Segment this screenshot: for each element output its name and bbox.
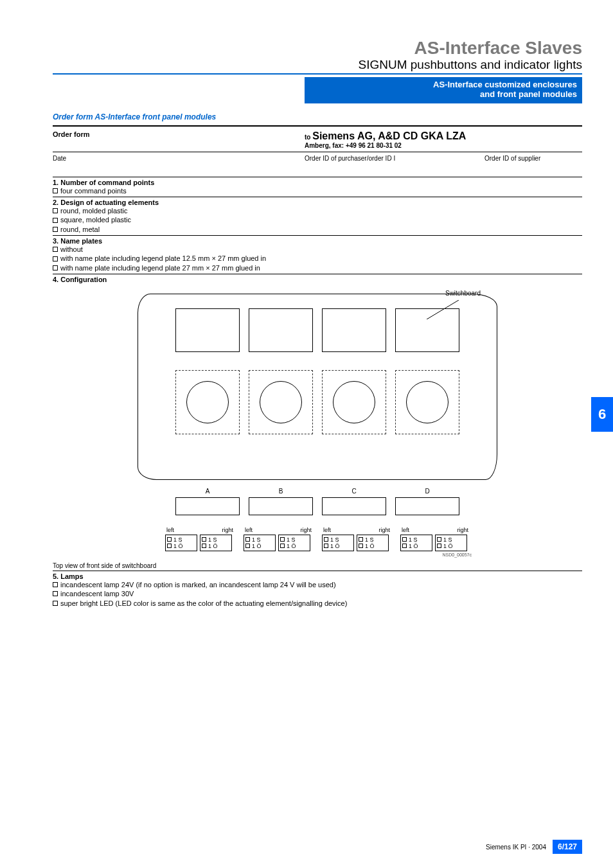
right-label: right bbox=[457, 527, 468, 533]
q2-opt3[interactable]: round, metal bbox=[53, 225, 582, 234]
checkbox-icon[interactable] bbox=[437, 537, 441, 542]
contact-box-right[interactable]: 1 S1 Ö bbox=[200, 535, 232, 551]
q5-opt2[interactable]: incandescent lamp 30V bbox=[53, 589, 582, 598]
contact-1s: 1 S bbox=[208, 536, 217, 543]
letter-d: D bbox=[425, 488, 429, 495]
letter-b: B bbox=[279, 488, 283, 495]
right-label: right bbox=[378, 527, 390, 533]
page-title-1: AS-Interface Slaves bbox=[53, 39, 582, 58]
checkbox-icon[interactable] bbox=[324, 537, 328, 542]
checkbox-icon[interactable] bbox=[53, 188, 58, 193]
q5-opt1[interactable]: incandescent lamp 24V (if no option is m… bbox=[53, 580, 582, 589]
configuration-diagram: Switchboard A B C D leftright1 S1 Ö1 S1 … bbox=[138, 294, 497, 557]
to-fax: Amberg, fax: +49 96 21 80-31 02 bbox=[305, 142, 582, 149]
config-box-c[interactable] bbox=[322, 497, 386, 515]
section-label: Order form AS-Interface front panel modu… bbox=[53, 112, 582, 121]
checkbox-icon[interactable] bbox=[437, 544, 441, 548]
contact-1o: 1 Ö bbox=[365, 543, 375, 549]
q5-heading: 5. Lamps bbox=[53, 572, 582, 580]
checkbox-icon[interactable] bbox=[53, 601, 58, 606]
checkbox-icon[interactable] bbox=[402, 537, 407, 542]
band-line-2: and front panel modules bbox=[310, 89, 577, 100]
checkbox-icon[interactable] bbox=[53, 265, 58, 270]
divider bbox=[53, 125, 582, 127]
to-prefix: to bbox=[305, 134, 312, 141]
checkbox-icon[interactable] bbox=[202, 544, 206, 548]
q2-opt2[interactable]: square, molded plastic bbox=[53, 215, 582, 224]
q1-heading: 1. Number of command points bbox=[53, 179, 582, 186]
checkbox-icon[interactable] bbox=[53, 591, 58, 596]
q2-opt1[interactable]: round, molded plastic bbox=[53, 206, 582, 215]
checkbox-icon[interactable] bbox=[324, 544, 328, 548]
left-label: left bbox=[166, 527, 174, 533]
q3-opt1[interactable]: without bbox=[53, 245, 582, 254]
to-company: Siemens AG, A&D CD GKA LZA bbox=[312, 130, 466, 141]
checkbox-icon[interactable] bbox=[53, 247, 58, 252]
checkbox-icon[interactable] bbox=[53, 582, 58, 587]
checkbox-icon[interactable] bbox=[53, 218, 58, 223]
checkbox-icon[interactable] bbox=[280, 544, 285, 548]
actuator-circle bbox=[406, 381, 449, 423]
checkbox-icon[interactable] bbox=[53, 256, 58, 261]
contact-box-right[interactable]: 1 S1 Ö bbox=[435, 535, 467, 551]
chapter-tab: 6 bbox=[591, 397, 613, 432]
checkbox-icon[interactable] bbox=[402, 544, 407, 548]
contact-box-left[interactable]: 1 S1 Ö bbox=[244, 535, 276, 551]
divider bbox=[53, 152, 582, 152]
q5-opt1-label: incandescent lamp 24V (if no option is m… bbox=[60, 580, 336, 589]
checkbox-icon[interactable] bbox=[359, 537, 363, 542]
nameplate-slot-a bbox=[175, 308, 240, 352]
contact-1s: 1 S bbox=[287, 536, 296, 543]
contact-1s: 1 S bbox=[252, 536, 261, 543]
image-code: NSD0_00057c bbox=[138, 553, 497, 557]
right-label: right bbox=[300, 527, 312, 533]
contact-1s: 1 S bbox=[173, 536, 182, 543]
q1-opt1[interactable]: four command points bbox=[53, 186, 582, 195]
q5-opt3[interactable]: super bright LED (LED color is same as t… bbox=[53, 599, 582, 608]
actuator-circle bbox=[186, 381, 229, 423]
page-footer: Siemens IK PI · 2004 6/127 bbox=[486, 840, 582, 854]
right-label: right bbox=[222, 527, 233, 533]
checkbox-icon[interactable] bbox=[53, 208, 58, 213]
checkbox-icon[interactable] bbox=[202, 537, 206, 542]
q2-opt3-label: round, metal bbox=[60, 225, 100, 234]
checkbox-icon[interactable] bbox=[245, 544, 250, 548]
order-form-label: Order form bbox=[53, 130, 305, 138]
q3-opt2[interactable]: with name plate including legend plate 1… bbox=[53, 254, 582, 263]
config-box-b[interactable] bbox=[249, 497, 313, 515]
switchboard-outline bbox=[138, 294, 497, 480]
checkbox-icon[interactable] bbox=[245, 537, 250, 542]
contact-1o: 1 Ö bbox=[208, 543, 218, 549]
config-box-a[interactable] bbox=[175, 497, 240, 515]
checkbox-icon[interactable] bbox=[167, 544, 172, 548]
checkbox-icon[interactable] bbox=[359, 544, 363, 548]
nameplate-slot-d bbox=[395, 308, 459, 352]
actuator-slot-c bbox=[322, 370, 386, 434]
contact-cell: leftright1 S1 Ö1 S1 Ö bbox=[322, 527, 391, 551]
divider bbox=[53, 235, 582, 236]
checkbox-icon[interactable] bbox=[280, 537, 285, 542]
q2-heading: 2. Design of actuating elements bbox=[53, 199, 582, 206]
nameplate-slot-b bbox=[249, 308, 313, 352]
divider bbox=[53, 571, 582, 571]
contact-1o: 1 Ö bbox=[252, 543, 262, 549]
q3-opt3[interactable]: with name plate including legend plate 2… bbox=[53, 263, 582, 272]
header-band: AS-Interface customized enclosures and f… bbox=[305, 77, 582, 103]
actuator-slot-a bbox=[175, 370, 240, 434]
contact-box-right[interactable]: 1 S1 Ö bbox=[357, 535, 389, 551]
q3-heading: 3. Name plates bbox=[53, 237, 582, 245]
contact-box-left[interactable]: 1 S1 Ö bbox=[322, 535, 354, 551]
q5-opt2-label: incandescent lamp 30V bbox=[60, 589, 134, 598]
checkbox-icon[interactable] bbox=[53, 227, 58, 232]
contact-box-right[interactable]: 1 S1 Ö bbox=[278, 535, 310, 551]
contact-box-left[interactable]: 1 S1 Ö bbox=[165, 535, 197, 551]
page-number: 6/127 bbox=[553, 840, 582, 854]
config-box-d[interactable] bbox=[395, 497, 459, 515]
checkbox-icon[interactable] bbox=[167, 537, 172, 542]
actuator-circle bbox=[333, 381, 375, 423]
left-label: left bbox=[245, 527, 253, 533]
contact-1s: 1 S bbox=[409, 536, 418, 543]
contact-box-left[interactable]: 1 S1 Ö bbox=[400, 535, 432, 551]
letter-a: A bbox=[206, 488, 210, 495]
contact-1o: 1 Ö bbox=[173, 543, 183, 549]
